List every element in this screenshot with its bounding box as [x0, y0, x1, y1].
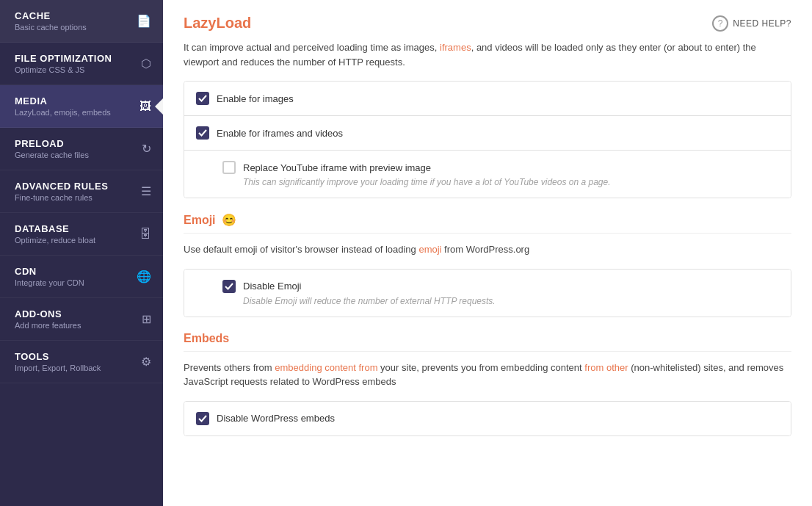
- disable-emoji-hint: Disable Emoji will reduce the number of …: [243, 296, 496, 306]
- sidebar-item-cdn[interactable]: CDNIntegrate your CDN🌐: [0, 256, 163, 298]
- sidebar-item-tools[interactable]: TOOLSImport, Export, Rollback⚙: [0, 341, 163, 383]
- sidebar-item-subtitle-preload: Generate cache files: [15, 151, 136, 159]
- sidebar-item-icon-tools: ⚙: [141, 355, 151, 369]
- sidebar-item-subtitle-add-ons: Add more features: [15, 321, 136, 330]
- disable-emoji-checkbox[interactable]: [222, 280, 236, 293]
- need-help-label: NEED HELP?: [733, 18, 791, 29]
- sidebar-item-subtitle-tools: Import, Export, Rollback: [15, 364, 135, 372]
- sidebar-item-title-advanced-rules: ADVANCED RULES: [15, 181, 135, 192]
- sidebar-item-title-cache: CACHE: [15, 10, 131, 21]
- emoji-icon: 😊: [222, 213, 236, 227]
- embeds-link1[interactable]: embedding content from: [275, 362, 377, 373]
- sidebar-item-title-cdn: CDN: [15, 266, 131, 277]
- disable-embeds-checkbox[interactable]: [196, 412, 209, 425]
- emoji-description: Use default emoji of visitor's browser i…: [184, 242, 791, 257]
- replace-youtube-checkbox[interactable]: [222, 161, 236, 174]
- sidebar-item-title-preload: PRELOAD: [15, 138, 136, 149]
- disable-embeds-label: Disable WordPress embeds: [217, 413, 335, 424]
- sidebar-item-file-optimization[interactable]: FILE OPTIMIZATIONOptimize CSS & JS⬡: [0, 43, 163, 85]
- sidebar-item-subtitle-media: LazyLoad, emojis, embeds: [15, 108, 134, 117]
- lazyload-description: It can improve actual and perceived load…: [184, 40, 791, 69]
- emoji-section-header: Emoji 😊: [184, 213, 791, 227]
- embeds-options-box: Disable WordPress embeds: [184, 401, 791, 436]
- enable-iframes-row: Enable for iframes and videos: [184, 116, 791, 151]
- embeds-description: Prevents others from embedding content f…: [184, 361, 791, 389]
- embeds-divider: [184, 351, 791, 352]
- sidebar-item-title-file-optimization: FILE OPTIMIZATION: [15, 53, 135, 64]
- main-content-area: LazyLoad ? NEED HELP? It can improve act…: [163, 0, 812, 506]
- emoji-options-box: Disable Emoji Disable Emoji will reduce …: [184, 269, 791, 317]
- sidebar-item-subtitle-cache: Basic cache options: [15, 23, 131, 32]
- sidebar-item-subtitle-cdn: Integrate your CDN: [15, 278, 131, 287]
- sidebar-item-database[interactable]: DATABASEOptimize, reduce bloat🗄: [0, 213, 163, 256]
- disable-embeds-row: Disable WordPress embeds: [184, 402, 791, 435]
- need-help-button[interactable]: ? NEED HELP?: [712, 15, 791, 32]
- disable-emoji-row: Disable Emoji Disable Emoji will reduce …: [184, 270, 791, 317]
- enable-images-label: Enable for images: [217, 93, 294, 104]
- sidebar: CACHEBasic cache options📄FILE OPTIMIZATI…: [0, 0, 163, 506]
- replace-youtube-row: Replace YouTube iframe with preview imag…: [184, 151, 791, 198]
- sidebar-item-add-ons[interactable]: ADD-ONSAdd more features⊞: [0, 298, 163, 341]
- replace-youtube-label: Replace YouTube iframe with preview imag…: [243, 162, 431, 173]
- embeds-title: Embeds: [184, 332, 229, 345]
- sidebar-item-icon-preload: ↻: [142, 142, 151, 156]
- need-help-icon: ?: [712, 15, 728, 32]
- enable-images-row: Enable for images: [184, 82, 791, 116]
- sidebar-item-subtitle-advanced-rules: Fine-tune cache rules: [15, 193, 135, 202]
- replace-youtube-label-wrap: Replace YouTube iframe with preview imag…: [222, 161, 431, 174]
- sidebar-item-title-add-ons: ADD-ONS: [15, 308, 136, 319]
- sidebar-item-advanced-rules[interactable]: ADVANCED RULESFine-tune cache rules☰: [0, 170, 163, 213]
- sidebar-item-icon-cache: 📄: [137, 14, 151, 28]
- replace-youtube-hint: This can significantly improve your load…: [243, 177, 611, 187]
- enable-iframes-label: Enable for iframes and videos: [217, 128, 343, 139]
- lazyload-options-box: Enable for images Enable for iframes and…: [184, 81, 791, 198]
- sidebar-item-preload[interactable]: PRELOADGenerate cache files↻: [0, 128, 163, 170]
- sidebar-item-subtitle-database: Optimize, reduce bloat: [15, 236, 134, 245]
- emoji-link[interactable]: emoji: [418, 244, 441, 255]
- sidebar-item-icon-cdn: 🌐: [137, 270, 151, 283]
- embeds-section-header: Embeds: [184, 332, 791, 345]
- lazyload-title: LazyLoad: [184, 15, 251, 32]
- sidebar-item-title-database: DATABASE: [15, 223, 134, 234]
- disable-emoji-label-wrap: Disable Emoji: [222, 280, 301, 293]
- enable-iframes-checkbox[interactable]: [196, 126, 209, 140]
- sidebar-item-icon-database: 🗄: [139, 228, 151, 241]
- sidebar-item-subtitle-file-optimization: Optimize CSS & JS: [15, 65, 135, 74]
- enable-images-checkbox[interactable]: [196, 92, 209, 105]
- emoji-title: Emoji: [184, 214, 216, 227]
- sidebar-item-icon-add-ons: ⊞: [142, 312, 151, 326]
- lazyload-header: LazyLoad ? NEED HELP?: [184, 15, 791, 32]
- sidebar-item-icon-media: 🖼: [139, 100, 151, 113]
- sidebar-item-cache[interactable]: CACHEBasic cache options📄: [0, 0, 163, 43]
- sidebar-item-icon-file-optimization: ⬡: [141, 57, 151, 71]
- sidebar-item-title-tools: TOOLS: [15, 351, 135, 362]
- sidebar-item-title-media: MEDIA: [15, 95, 134, 106]
- disable-emoji-label: Disable Emoji: [243, 281, 301, 292]
- embeds-link2[interactable]: from other: [584, 362, 628, 373]
- emoji-divider: [184, 233, 791, 234]
- sidebar-item-media[interactable]: MEDIALazyLoad, emojis, embeds🖼: [0, 85, 163, 128]
- sidebar-active-arrow: [155, 98, 163, 115]
- sidebar-item-icon-advanced-rules: ☰: [141, 184, 151, 198]
- iframes-link[interactable]: iframes: [440, 42, 471, 53]
